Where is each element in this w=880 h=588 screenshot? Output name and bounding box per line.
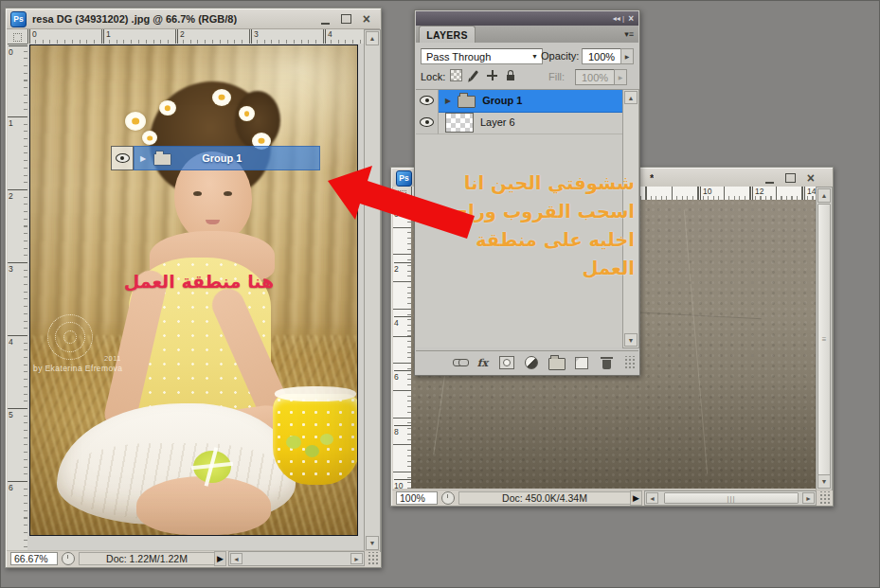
- panel-menu-icon[interactable]: ▾≡: [624, 29, 634, 39]
- delete-layer-icon[interactable]: [599, 355, 615, 370]
- ruler-label: 2: [177, 29, 185, 44]
- expand-triangle-icon[interactable]: ▶: [445, 97, 451, 105]
- dragged-layer-name: Group 1: [202, 152, 242, 164]
- group-folder-icon: [153, 153, 171, 166]
- ruler-label: 4: [325, 29, 332, 44]
- zoom-level-field[interactable]: 66.67%: [10, 552, 58, 565]
- horizontal-scrollbar[interactable]: ◄ ►: [228, 551, 365, 566]
- photoshop-file-icon: Ps: [10, 11, 27, 27]
- add-layer-mask-icon[interactable]: [499, 355, 515, 370]
- vertical-scrollbar[interactable]: ▲ ▼: [364, 29, 381, 552]
- scroll-left-icon[interactable]: ◄: [646, 492, 658, 504]
- red-arrow-annotation: [313, 142, 483, 246]
- adjustment-layer-icon[interactable]: [524, 355, 540, 370]
- window-buttons: ×: [765, 173, 815, 184]
- blend-mode-value: Pass Through: [426, 51, 491, 62]
- minimize-icon[interactable]: [321, 14, 330, 25]
- document-size-panel: Doc: 450.0K/4.34M: [458, 491, 630, 505]
- blend-mode-select[interactable]: Pass Through ▼: [421, 48, 543, 64]
- ruler-label: 12: [752, 187, 763, 200]
- title-bar[interactable]: Ps resa DG (34931202) .jpg @ 66.7% (RGB/…: [7, 9, 380, 29]
- ruler-label: 6: [394, 370, 412, 382]
- zoom-level-value: 66.67%: [14, 553, 48, 564]
- window-buttons: ×: [321, 14, 370, 25]
- lock-all-icon[interactable]: [503, 68, 517, 82]
- link-layers-icon[interactable]: [450, 355, 466, 370]
- lock-label: Lock:: [421, 71, 445, 82]
- scrollbar-thumb[interactable]: ≡: [817, 204, 831, 475]
- zoom-level-field[interactable]: 100%: [396, 491, 438, 505]
- opacity-field[interactable]: 100%: [582, 48, 621, 64]
- scroll-up-icon[interactable]: ▲: [817, 188, 831, 203]
- layer-row-body[interactable]: ▶ Group 1: [439, 90, 623, 113]
- status-menu-arrow-icon[interactable]: ▶: [214, 551, 226, 566]
- resize-grip[interactable]: [818, 491, 831, 505]
- lock-position-icon[interactable]: [485, 68, 499, 82]
- ruler-label: 1: [103, 29, 111, 44]
- dragged-layer-row[interactable]: ▶ Group 1: [134, 146, 320, 170]
- document-window-resa[interactable]: Ps resa DG (34931202) .jpg @ 66.7% (RGB/…: [5, 8, 382, 568]
- minimize-icon[interactable]: [765, 173, 774, 184]
- close-panel-icon[interactable]: ×: [628, 13, 634, 24]
- window-title: resa DG (34931202) .jpg @ 66.7% (RGB/8): [32, 13, 237, 25]
- layer-name[interactable]: Group 1: [482, 95, 522, 106]
- collapse-panel-icon[interactable]: ◂◂ |: [613, 14, 624, 23]
- visibility-cell[interactable]: [416, 90, 439, 113]
- scroll-right-icon[interactable]: ►: [802, 492, 815, 504]
- thumb-grip: ≡: [822, 335, 827, 344]
- visibility-cell[interactable]: [416, 112, 439, 134]
- lock-paint-icon[interactable]: [467, 68, 481, 82]
- maximize-icon[interactable]: [785, 173, 796, 183]
- panel-resize-grip[interactable]: [623, 356, 635, 369]
- fill-value: 100%: [582, 72, 608, 83]
- scrollbar-thumb[interactable]: |||: [664, 492, 799, 504]
- close-icon[interactable]: ×: [807, 173, 815, 183]
- watermark-flower-icon: [63, 330, 77, 344]
- maximize-icon[interactable]: [341, 14, 351, 24]
- scroll-down-icon[interactable]: ▼: [624, 333, 638, 347]
- layer-row-group1[interactable]: ▶ Group 1: [416, 90, 623, 112]
- ruler-label: 0: [9, 45, 28, 57]
- scroll-down-icon[interactable]: ▼: [817, 474, 831, 489]
- work-area-annotation: هنا منطقة العمل: [113, 271, 285, 292]
- scroll-up-icon[interactable]: ▲: [624, 91, 638, 104]
- watermark-credit: by Ekaterina Efremova: [33, 364, 122, 373]
- fill-spinner-icon: ▶: [614, 69, 627, 85]
- status-menu-arrow-icon[interactable]: ▶: [630, 490, 642, 506]
- layer-name[interactable]: Layer 6: [480, 116, 515, 128]
- ruler-label: 10: [700, 187, 711, 200]
- horizontal-scrollbar[interactable]: ◄ ||| ►: [644, 490, 817, 506]
- vertical-scrollbar[interactable]: ▲ ≡ ▼: [816, 187, 833, 490]
- new-group-icon[interactable]: [548, 355, 566, 370]
- layer-thumbnail[interactable]: [445, 113, 474, 133]
- opacity-label: Opacity:: [541, 50, 579, 62]
- preview-icon[interactable]: [441, 491, 455, 505]
- close-icon[interactable]: ×: [363, 14, 370, 24]
- scroll-left-icon[interactable]: ◄: [230, 553, 242, 564]
- watermark-year: 2011: [104, 354, 121, 363]
- tab-layers[interactable]: LAYERS: [419, 26, 476, 43]
- preview-icon[interactable]: [62, 552, 75, 565]
- resize-grip[interactable]: [367, 552, 379, 565]
- horizontal-ruler: 0 1 2 3 4: [27, 29, 364, 45]
- lock-transparency-icon[interactable]: [449, 68, 463, 82]
- status-bar: 66.67% Doc: 1.22M/1.22M ▶ ◄ ►: [7, 550, 380, 566]
- document-size-value: Doc: 1.22M/1.22M: [106, 553, 188, 564]
- vertical-ruler: 0 1 2 3 4 5 6: [8, 44, 28, 550]
- scroll-up-icon[interactable]: ▲: [366, 31, 379, 45]
- layer-style-fx-icon[interactable]: fx: [475, 355, 491, 370]
- layer-row-layer6[interactable]: Layer 6: [416, 112, 623, 134]
- opacity-spinner-icon[interactable]: ▶: [620, 48, 634, 64]
- scroll-down-icon[interactable]: ▼: [366, 536, 379, 550]
- zoom-level-value: 100%: [400, 492, 425, 504]
- new-layer-icon[interactable]: [574, 355, 590, 370]
- dragged-group-layer[interactable]: ▶ Group 1: [111, 146, 320, 170]
- scroll-right-icon[interactable]: ►: [350, 553, 363, 564]
- document-size-panel: Doc: 1.22M/1.22M: [79, 552, 214, 565]
- ruler-label: 3: [251, 29, 259, 44]
- visibility-cell: [111, 146, 134, 170]
- layer-row-body[interactable]: Layer 6: [439, 112, 623, 134]
- photo-canvas[interactable]: 2011 by Ekaterina Efremova هنا منطقة الع…: [29, 45, 358, 536]
- ruler-label: 4: [9, 335, 28, 347]
- expand-triangle-icon: ▶: [140, 154, 146, 163]
